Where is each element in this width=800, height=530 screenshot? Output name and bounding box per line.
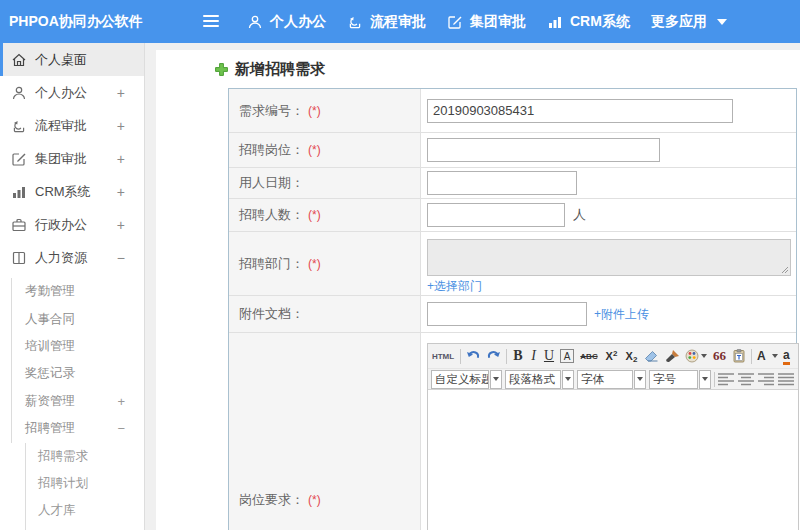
form-row-position: 招聘岗位：(*) [229, 133, 796, 168]
add-icon [214, 62, 229, 77]
subscript-button[interactable]: X2 [624, 350, 639, 362]
flow-icon [347, 14, 363, 30]
briefcase-icon [11, 217, 27, 233]
page-title: 新增招聘需求 [235, 60, 325, 79]
redo-icon[interactable] [486, 349, 501, 363]
home-icon [11, 52, 27, 68]
sidebar-item-attendance[interactable]: 考勤管理 [0, 278, 144, 305]
tree-guide-line [11, 278, 12, 443]
nav-crm[interactable]: CRM系统 [547, 13, 630, 31]
eraser-icon[interactable] [644, 349, 659, 363]
dept-textarea[interactable] [427, 239, 791, 276]
form-row-attachment: 附件文档： +附件上传 [229, 296, 796, 333]
top-bar: PHPOA协同办公软件 个人办公 流程审批 集团审批 CRM系统 更多应用 [0, 0, 800, 43]
sidebar-item-hr[interactable]: 人力资源 − [0, 241, 144, 274]
expand-icon[interactable]: + [117, 217, 125, 233]
format-brush-icon[interactable] [664, 349, 680, 363]
upload-attachment-link[interactable]: +附件上传 [594, 306, 649, 323]
expand-icon[interactable]: + [117, 118, 125, 134]
form-row-count: 招聘人数：(*) 人 [229, 199, 796, 232]
expand-icon[interactable]: + [117, 151, 125, 167]
chart-icon [11, 184, 27, 200]
form-panel: 新增招聘需求 需求编号：(*) 招聘岗位：(*) 用人日期： 招聘人数：(*) … [156, 50, 800, 530]
expand-icon[interactable]: + [117, 394, 125, 409]
rich-text-editor: HTML B I U A ABC X2 X2 [427, 343, 799, 530]
edit-icon [11, 151, 27, 167]
sidebar-item-admin-office[interactable]: 行政办公 + [0, 208, 144, 241]
caret-down-icon [717, 19, 727, 25]
user-icon [247, 14, 263, 30]
sidebar-item-rewards[interactable]: 奖惩记录 [0, 360, 144, 387]
blockquote-button[interactable]: 66 [712, 348, 727, 364]
sidebar-item-recruit-demand[interactable]: 招聘需求 [0, 442, 144, 469]
sidebar-item-group-approval[interactable]: 集团审批 + [0, 142, 144, 175]
italic-button[interactable]: I [529, 348, 538, 364]
sidebar-item-hr-contract[interactable]: 人事合同 [0, 305, 144, 332]
caret-down-icon [490, 370, 502, 389]
chart-icon [547, 14, 563, 30]
tree-guide-line [25, 443, 26, 530]
app-logo: PHPOA协同办公软件 [9, 13, 143, 31]
editor-toolbar-row1: HTML B I U A ABC X2 X2 [428, 344, 798, 368]
date-input[interactable] [427, 171, 577, 195]
collapse-icon[interactable]: − [117, 421, 125, 436]
sidebar-item-desktop[interactable]: 个人桌面 [0, 43, 144, 76]
top-nav: 个人办公 流程审批 集团审批 CRM系统 更多应用 [247, 0, 727, 43]
caret-down-icon [772, 354, 778, 358]
form-row-dept: 招聘部门：(*) +选择部门 [229, 232, 796, 296]
superscript-button[interactable]: X2 [604, 350, 619, 362]
sidebar: 个人桌面 个人办公 + 流程审批 + 集团审批 + CRM系统 + 行政办公 +… [0, 43, 145, 530]
sidebar-item-workflow[interactable]: 流程审批 + [0, 109, 144, 142]
underline-button[interactable]: U [543, 348, 555, 364]
sidebar-item-recruit-plan[interactable]: 招聘计划 [0, 470, 144, 497]
align-justify-icon[interactable] [778, 372, 795, 386]
custom-title-select[interactable]: 自定义标题 [431, 370, 502, 389]
user-icon [11, 85, 27, 101]
nav-more-apps[interactable]: 更多应用 [651, 13, 727, 31]
attachment-input[interactable] [427, 302, 587, 326]
color-palette-button[interactable] [685, 349, 707, 363]
html-source-button[interactable]: HTML [431, 352, 455, 361]
font-family-select[interactable]: 字体 [577, 370, 646, 389]
paste-icon[interactable] [732, 349, 746, 363]
sidebar-item-salary[interactable]: 薪资管理+ [0, 388, 144, 415]
editor-toolbar-row2: 自定义标题 段落格式 字体 [428, 368, 798, 390]
form-row-date: 用人日期： [229, 168, 796, 199]
font-color-button[interactable]: A [757, 349, 778, 363]
font-style-button[interactable]: A [560, 349, 574, 363]
font-size-select[interactable]: 字号 [649, 370, 711, 389]
menu-toggle-icon[interactable] [203, 15, 219, 28]
sidebar-item-personal-office[interactable]: 个人办公 + [0, 76, 144, 109]
req-no-input[interactable] [427, 99, 733, 123]
edit-icon [447, 14, 463, 30]
sidebar-item-training[interactable]: 培训管理 [0, 333, 144, 360]
position-input[interactable] [427, 138, 660, 162]
select-dept-link[interactable]: +选择部门 [427, 278, 482, 295]
bold-button[interactable]: B [512, 348, 524, 364]
align-center-icon[interactable] [738, 372, 755, 386]
strikethrough-button[interactable]: ABC [579, 352, 599, 361]
caret-down-icon [699, 370, 711, 389]
sidebar-item-talent-pool[interactable]: 人才库 [0, 497, 144, 524]
nav-personal-office[interactable]: 个人办公 [247, 13, 326, 31]
align-left-icon[interactable] [718, 372, 735, 386]
undo-icon[interactable] [466, 349, 481, 363]
align-right-icon[interactable] [758, 372, 775, 386]
expand-icon[interactable]: + [117, 184, 125, 200]
count-input[interactable] [427, 203, 565, 227]
editor-content-area[interactable] [428, 390, 798, 530]
highlight-color-button[interactable]: a [783, 348, 790, 365]
sidebar-item-recruit-mgmt[interactable]: 招聘管理− [0, 415, 144, 442]
main-content: 新增招聘需求 需求编号：(*) 招聘岗位：(*) 用人日期： 招聘人数：(*) … [146, 43, 800, 530]
sidebar-item-crm[interactable]: CRM系统 + [0, 175, 144, 208]
caret-down-icon [634, 370, 646, 389]
nav-group-approval[interactable]: 集团审批 [447, 13, 526, 31]
nav-workflow-approval[interactable]: 流程审批 [347, 13, 426, 31]
expand-icon[interactable]: + [117, 85, 125, 101]
palette-icon [685, 349, 699, 363]
paragraph-format-select[interactable]: 段落格式 [505, 370, 574, 389]
book-icon [11, 250, 27, 266]
collapse-icon[interactable]: − [117, 250, 125, 266]
form-row-req-no: 需求编号：(*) [229, 89, 796, 133]
flow-icon [11, 118, 27, 134]
